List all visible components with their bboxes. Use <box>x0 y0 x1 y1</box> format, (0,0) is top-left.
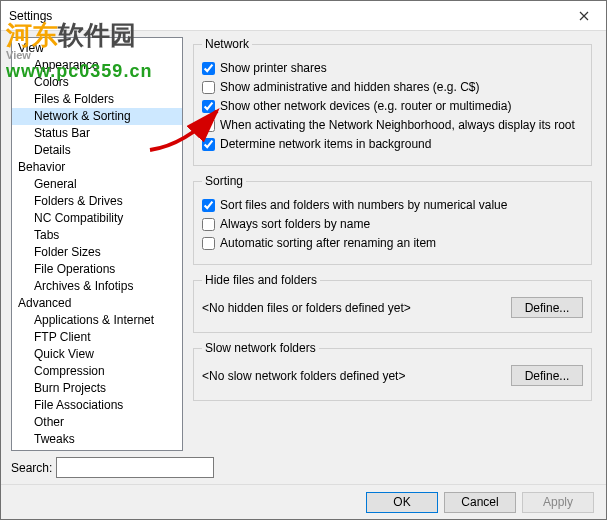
chk-show-admin-shares[interactable]: Show administrative and hidden shares (e… <box>202 79 583 95</box>
slow-msg: <No slow network folders defined yet> <box>202 369 511 383</box>
tree-group-view[interactable]: View <box>12 40 182 57</box>
tree-item-folders-drives[interactable]: Folders & Drives <box>12 193 182 210</box>
tree-item-details[interactable]: Details <box>12 142 182 159</box>
apply-button[interactable]: Apply <box>522 492 594 513</box>
search-label: Search: <box>11 461 52 475</box>
chk-sort-folders-name[interactable]: Always sort folders by name <box>202 216 583 232</box>
tree-item-appearance[interactable]: Appearance <box>12 57 182 74</box>
chk-sort-numeric[interactable]: Sort files and folders with numbers by n… <box>202 197 583 213</box>
tree-item-status-bar[interactable]: Status Bar <box>12 125 182 142</box>
window-title: Settings <box>9 9 561 23</box>
chk-net2-box[interactable] <box>202 81 215 94</box>
cancel-button[interactable]: Cancel <box>444 492 516 513</box>
tree-item-file-assoc[interactable]: File Associations <box>12 397 182 414</box>
tree-item-files-folders[interactable]: Files & Folders <box>12 91 182 108</box>
group-hide-legend: Hide files and folders <box>202 273 320 287</box>
chk-bg-network[interactable]: Determine network items in background <box>202 136 583 152</box>
tree-item-compression[interactable]: Compression <box>12 363 182 380</box>
tree-item-tabs[interactable]: Tabs <box>12 227 182 244</box>
ok-button[interactable]: OK <box>366 492 438 513</box>
hide-msg: <No hidden files or folders defined yet> <box>202 301 511 315</box>
tree-item-tweaks[interactable]: Tweaks <box>12 431 182 448</box>
tree-item-other[interactable]: Other <box>12 414 182 431</box>
tree-item-general[interactable]: General <box>12 176 182 193</box>
tree-item-burn-projects[interactable]: Burn Projects <box>12 380 182 397</box>
chk-show-printer-shares[interactable]: Show printer shares <box>202 60 583 76</box>
tree-item-archives-infotips[interactable]: Archives & Infotips <box>12 278 182 295</box>
content-area: View Appearance Colors Files & Folders N… <box>1 31 606 484</box>
tree-item-network-sorting[interactable]: Network & Sorting <box>12 108 182 125</box>
chk-sort1-box[interactable] <box>202 199 215 212</box>
chk-show-other-devices[interactable]: Show other network devices (e.g. router … <box>202 98 583 114</box>
close-button[interactable] <box>561 1 606 31</box>
chk-auto-sort-rename[interactable]: Automatic sorting after renaming an item <box>202 235 583 251</box>
tree-item-nc-compat[interactable]: NC Compatibility <box>12 210 182 227</box>
chk-net5-box[interactable] <box>202 138 215 151</box>
tree-item-ftp-client[interactable]: FTP Client <box>12 329 182 346</box>
chk-net1-box[interactable] <box>202 62 215 75</box>
tree-item-file-operations[interactable]: File Operations <box>12 261 182 278</box>
titlebar: Settings <box>1 1 606 31</box>
group-sorting: Sorting Sort files and folders with numb… <box>193 174 592 265</box>
define-hide-button[interactable]: Define... <box>511 297 583 318</box>
group-slow: Slow network folders <No slow network fo… <box>193 341 592 401</box>
tree-item-quick-view[interactable]: Quick View <box>12 346 182 363</box>
settings-dialog: Settings View Appearance Colors Files & … <box>0 0 607 520</box>
chk-sort2-box[interactable] <box>202 218 215 231</box>
tree-item-folder-sizes[interactable]: Folder Sizes <box>12 244 182 261</box>
tree-group-behavior[interactable]: Behavior <box>12 159 182 176</box>
close-icon <box>579 11 589 21</box>
tree-item-apps-internet[interactable]: Applications & Internet <box>12 312 182 329</box>
group-network: Network Show printer shares Show adminis… <box>193 37 592 166</box>
group-hide: Hide files and folders <No hidden files … <box>193 273 592 333</box>
chk-net3-box[interactable] <box>202 100 215 113</box>
chk-display-root[interactable]: When activating the Network Neighborhood… <box>202 117 583 133</box>
group-sorting-legend: Sorting <box>202 174 246 188</box>
define-slow-button[interactable]: Define... <box>511 365 583 386</box>
search-row: Search: <box>11 457 183 484</box>
tree-item-colors[interactable]: Colors <box>12 74 182 91</box>
tree-group-advanced[interactable]: Advanced <box>12 295 182 312</box>
chk-net4-box[interactable] <box>202 119 215 132</box>
group-slow-legend: Slow network folders <box>202 341 319 355</box>
chk-sort3-box[interactable] <box>202 237 215 250</box>
group-network-legend: Network <box>202 37 252 51</box>
dialog-footer: OK Cancel Apply <box>1 484 606 519</box>
right-pane: Network Show printer shares Show adminis… <box>183 37 596 484</box>
category-tree[interactable]: View Appearance Colors Files & Folders N… <box>11 37 183 451</box>
left-pane: View Appearance Colors Files & Folders N… <box>11 37 183 484</box>
